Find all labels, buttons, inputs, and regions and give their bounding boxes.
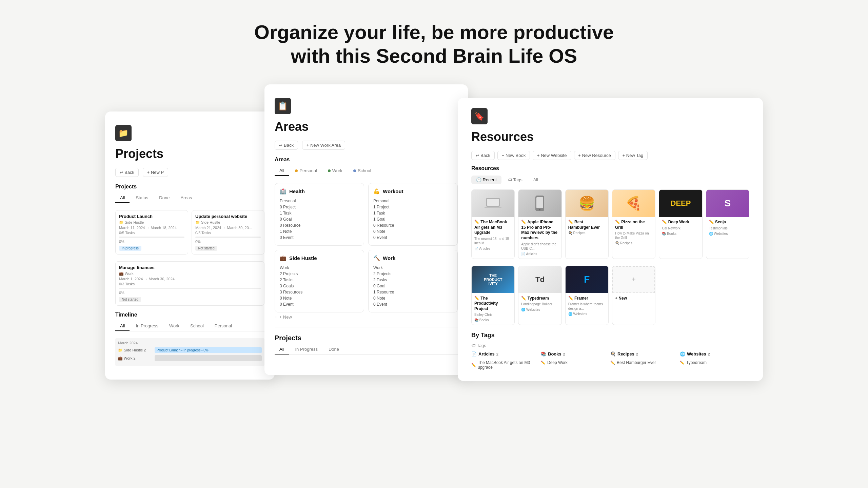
new-website-button[interactable]: + New Website	[533, 151, 571, 160]
resource-new-card[interactable]: + + New	[612, 266, 655, 325]
back-icon-areas: ↩	[279, 143, 282, 148]
timeline-title: Timeline	[115, 312, 264, 318]
tab-done[interactable]: Done	[154, 193, 174, 203]
timeline-pill-work	[155, 355, 262, 361]
area-resource-sidehustle: 3 Resources	[280, 289, 359, 295]
new-project-button[interactable]: + New P	[143, 168, 168, 177]
resource-tag-iphone: 📄 Articles	[521, 252, 558, 256]
resource-info-new: + New	[612, 293, 655, 305]
areas-back-button[interactable]: ↩ Back	[275, 141, 298, 150]
middle-projects-title: Projects	[275, 334, 458, 342]
tab-areas[interactable]: Areas	[176, 193, 197, 203]
timeline-row-work: 💼 Work 2	[118, 355, 262, 361]
tags-row: 🏷 Tags	[471, 343, 749, 348]
resource-tab-all[interactable]: All	[529, 176, 543, 184]
areas-tab-all[interactable]: All	[275, 166, 289, 176]
timeline-tabs: All In Progress Work School Personal	[115, 321, 264, 331]
resource-deepwork[interactable]: DEEP ✏️ Deep Work Cal Network 📚 Books	[659, 189, 702, 259]
resource-thumb-senja: S	[706, 190, 749, 217]
timeline-tab-inprogress[interactable]: In Progress	[131, 321, 163, 331]
resource-framer[interactable]: F ✏️ Framer Framer is where teams design…	[565, 266, 609, 325]
tags-columns: 📄 Articles 2 ✏️ The MacBook Air gets an …	[471, 351, 749, 371]
project-card-finances: Manage finances 💼 Work March 1, 2024 → M…	[115, 261, 264, 306]
resources-back-button[interactable]: ↩ Back	[471, 151, 495, 160]
timeline-tab-all[interactable]: All	[115, 321, 130, 331]
area-project-workout: 1 Project	[373, 204, 453, 210]
area-card-work: 🔨 Work Work 2 Projects 2 Tasks 0 Goal 1 …	[368, 250, 458, 312]
area-tag-workout: Personal	[373, 198, 453, 204]
project-percent-launch: 0%	[119, 240, 184, 244]
resource-name-macbook: ✏️ The MacBook Air gets an M3 upgrade	[474, 220, 512, 236]
area-event-sidehustle: 0 Event	[280, 301, 359, 307]
project-date-finances: March 1, 2024 → March 30, 2024	[119, 277, 261, 281]
projects-back-button[interactable]: ↩ Back	[115, 168, 139, 177]
new-book-button[interactable]: + New Book	[497, 151, 530, 160]
projects-section-label: Projects	[115, 184, 264, 190]
badge-finances: Not started	[119, 297, 141, 302]
resource-tag-deepwork: 📚 Books	[662, 232, 699, 236]
tag-header-websites: 🌐 Websites 2	[680, 351, 749, 357]
resource-pizza[interactable]: 🍕 ✏️ Pizza on the Grill How to Make Pizz…	[612, 189, 655, 259]
tab-all[interactable]: All	[115, 193, 130, 203]
timeline-tab-work[interactable]: Work	[164, 321, 184, 331]
tag-col-articles: 📄 Articles 2 ✏️ The MacBook Air gets an …	[471, 351, 541, 371]
area-resource-health: 0 Resource	[280, 222, 359, 228]
area-card-workout: 💪 Workout Personal 1 Project 1 Task 1 Go…	[368, 183, 458, 246]
area-project-work: 2 Projects	[373, 271, 453, 277]
new-resource-button[interactable]: + New Resource	[574, 151, 615, 160]
resource-thumb-new: +	[612, 266, 655, 293]
resource-name-typedream: ✏️ Typedream	[521, 296, 558, 301]
resource-tag-framer: 🌐 Websites	[568, 312, 606, 316]
resource-thumb-framer: F	[566, 266, 608, 293]
tag-item-typedream[interactable]: ✏️ Typedream	[680, 359, 749, 366]
timeline-tab-school[interactable]: School	[185, 321, 209, 331]
area-note-workout: 0 Note	[373, 228, 453, 235]
areas-title: Areas	[275, 120, 458, 134]
area-title-work: Work	[383, 255, 395, 261]
resource-typedream[interactable]: Td ✏️ Typedream Landingpage Builder 🌐 We…	[518, 266, 561, 325]
add-new-area-button[interactable]: + + New	[275, 312, 458, 322]
mid-tab-inprogress[interactable]: In Progress	[290, 345, 322, 354]
resource-tab-tags[interactable]: 🏷 Tags	[503, 176, 527, 184]
resource-thumb-burger: 🍔	[566, 190, 608, 217]
areas-tab-work[interactable]: Work	[323, 166, 347, 176]
badge-launch: In progress	[119, 246, 141, 251]
new-tag-button[interactable]: + New Tag	[618, 151, 648, 160]
timeline-chart: March 2024 📁 Side Hustle 2 Product Launc…	[115, 338, 264, 366]
mid-tab-done[interactable]: Done	[324, 345, 344, 354]
tag-item-macbook[interactable]: ✏️ The MacBook Air gets an M3 upgrade	[471, 359, 541, 371]
resource-iphone[interactable]: ✏️ Apple iPhone 15 Pro and Pro-Max revie…	[518, 189, 561, 259]
resource-senja[interactable]: S ✏️ Senja Testimonials 🌐 Websites	[706, 189, 749, 259]
project-tasks-launch: 0/5 Tasks	[119, 231, 184, 235]
phone-svg	[535, 195, 545, 212]
area-tag-work: Work	[373, 265, 453, 271]
project-title-website: Update personal website	[195, 214, 261, 219]
work-icon: 🔨	[373, 255, 380, 261]
tab-status[interactable]: Status	[131, 193, 153, 203]
tag-item-deepwork[interactable]: ✏️ Deep Work	[541, 359, 610, 366]
areas-icon: 📋	[275, 98, 291, 114]
resource-tag-macbook: 📄 Articles	[474, 247, 512, 250]
resource-grid-row1: ✏️ The MacBook Air gets an M3 upgrade Th…	[471, 189, 749, 259]
projects-tabs: All Status Done Areas	[115, 193, 264, 203]
resource-macbook[interactable]: ✏️ The MacBook Air gets an M3 upgrade Th…	[471, 189, 515, 259]
by-tags-section: By Tags 🏷 Tags 📄 Articles 2 ✏️ The MacBo…	[471, 332, 749, 371]
areas-tab-school[interactable]: School	[349, 166, 376, 176]
area-task-work: 2 Tasks	[373, 277, 453, 283]
areas-tab-personal[interactable]: Personal	[290, 166, 321, 176]
resource-thumb-typedream: Td	[518, 266, 561, 293]
areas-card: 📋 Areas ↩ Back + New Work Area Areas All…	[264, 84, 468, 375]
resource-tabs: 🕐 Recent 🏷 Tags All	[471, 176, 749, 184]
new-work-area-button[interactable]: + New Work Area	[302, 141, 345, 150]
mid-tab-all[interactable]: All	[275, 345, 289, 354]
resource-hamburger[interactable]: 🍔 ✏️ Best Hamburger Ever 🍳 Recipes	[565, 189, 609, 259]
resource-tab-recent[interactable]: 🕐 Recent	[471, 176, 501, 184]
areas-grid: 🏥 Health Personal 0 Project 1 Task 0 Goa…	[275, 183, 458, 312]
articles-icon: 📄	[471, 351, 477, 357]
resources-card: 🔖 Resources ↩ Back + New Book + New Webs…	[458, 98, 763, 381]
timeline-tab-personal[interactable]: Personal	[210, 321, 237, 331]
tag-item-hamburger[interactable]: ✏️ Best Hamburger Ever	[610, 359, 680, 366]
resource-name-deepwork: ✏️ Deep Work	[662, 220, 699, 225]
resource-productivity[interactable]: THEPRODUCTIVITY ✏️ The Productivity Proj…	[471, 266, 515, 325]
svg-rect-2	[485, 207, 501, 208]
